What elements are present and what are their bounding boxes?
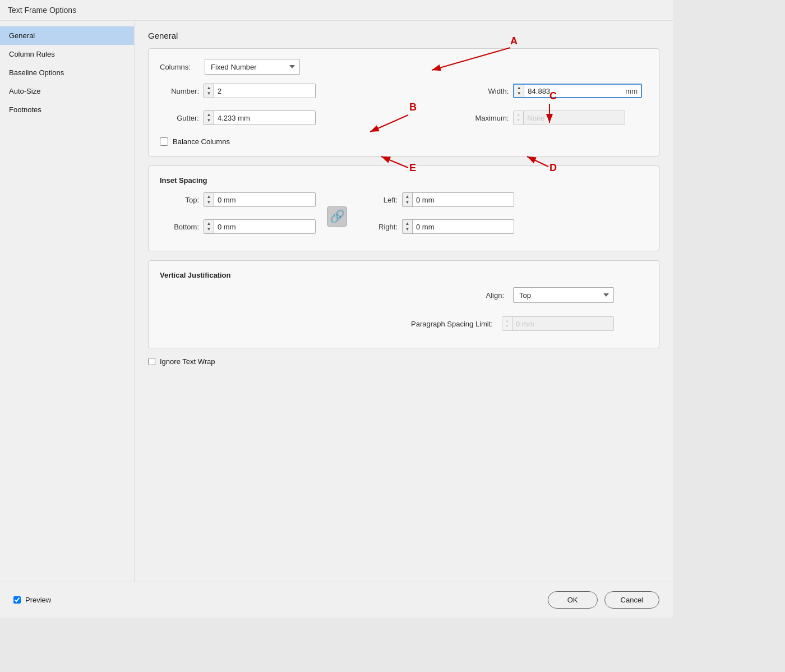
maximum-down-button[interactable]: ▼ — [514, 118, 523, 123]
vertical-justification-panel: Vertical Justification Align: Top Center… — [148, 260, 659, 348]
balance-columns-checkbox[interactable] — [160, 137, 168, 146]
ignore-text-wrap-checkbox[interactable] — [148, 358, 155, 365]
sidebar-item-column-rules[interactable]: Column Rules — [0, 45, 134, 63]
vertical-justification-title: Vertical Justification — [160, 271, 648, 279]
inset-top-input[interactable] — [214, 196, 315, 204]
dialog: General Column Rules Baseline Options Au… — [0, 21, 673, 582]
width-spinner-arrows[interactable]: ▲ ▼ — [514, 85, 524, 97]
align-dropdown[interactable]: Top Center Bottom Justify — [513, 287, 614, 303]
inset-right-down[interactable]: ▼ — [403, 227, 412, 232]
width-up-button[interactable]: ▲ — [514, 85, 524, 91]
link-icon[interactable]: 🔗 — [327, 206, 347, 227]
width-unit: mm — [625, 87, 641, 95]
sidebar-item-auto-size[interactable]: Auto-Size — [0, 82, 134, 100]
inset-top-row: Top: ▲ ▼ — [160, 192, 316, 207]
inset-top-spinner: ▲ ▼ — [204, 192, 316, 207]
inset-left-arrows[interactable]: ▲ ▼ — [403, 193, 413, 206]
width-input[interactable] — [524, 87, 625, 95]
maximum-label: Maximum: — [447, 114, 509, 122]
number-spinner: ▲ ▼ — [204, 84, 316, 98]
width-label: Width: — [447, 87, 509, 95]
gutter-down-button[interactable]: ▼ — [204, 118, 214, 123]
ok-button[interactable]: OK — [548, 591, 598, 609]
inset-left-input[interactable] — [413, 196, 514, 204]
paragraph-spacing-label: Paragraph Spacing Limit: — [392, 320, 493, 328]
footer: Preview OK Cancel — [0, 582, 673, 618]
columns-row: Columns: Fixed Number Flexible Width Fix… — [160, 59, 648, 75]
number-input[interactable] — [214, 87, 315, 95]
gutter-spinner-arrows[interactable]: ▲ ▼ — [204, 111, 214, 125]
inset-right-input[interactable] — [413, 223, 514, 231]
paragraph-spacing-row: Paragraph Spacing Limit: ▲ ▼ — [392, 316, 614, 331]
columns-panel: Columns: Fixed Number Flexible Width Fix… — [148, 48, 659, 157]
paragraph-spacing-down[interactable]: ▼ — [502, 324, 512, 329]
preview-label[interactable]: Preview — [25, 596, 51, 604]
number-row: Number: ▲ ▼ — [160, 84, 316, 98]
width-down-button[interactable]: ▼ — [514, 91, 524, 96]
cancel-button[interactable]: Cancel — [604, 591, 659, 609]
inset-right-arrows[interactable]: ▲ ▼ — [403, 220, 413, 233]
ignore-text-wrap-row: Ignore Text Wrap — [148, 357, 659, 366]
inset-bottom-row: Bottom: ▲ ▼ — [160, 219, 316, 234]
sidebar-item-baseline-options[interactable]: Baseline Options — [0, 63, 134, 82]
maximum-input[interactable] — [524, 114, 625, 122]
number-down-button[interactable]: ▼ — [204, 91, 214, 96]
gutter-label: Gutter: — [160, 114, 199, 122]
inset-spacing-panel: Inset Spacing Top: ▲ ▼ — [148, 165, 659, 251]
gutter-spinner: ▲ ▼ — [204, 111, 316, 125]
inset-bottom-up[interactable]: ▲ — [204, 221, 214, 227]
inset-top-down[interactable]: ▼ — [204, 200, 214, 205]
inset-left-down[interactable]: ▼ — [403, 200, 412, 205]
sidebar-item-general[interactable]: General — [0, 26, 134, 45]
main-content: General Columns: Fixed Number Flexible W… — [135, 21, 673, 582]
inset-left-row: Left: ▲ ▼ — [358, 192, 514, 207]
inset-bottom-input[interactable] — [214, 223, 315, 231]
width-spinner: ▲ ▼ mm — [513, 84, 642, 98]
inset-bottom-spinner: ▲ ▼ — [204, 219, 316, 234]
inset-left-spinner: ▲ ▼ — [402, 192, 514, 207]
number-spinner-arrows[interactable]: ▲ ▼ — [204, 84, 214, 98]
inset-spacing-title: Inset Spacing — [160, 176, 648, 185]
sidebar: General Column Rules Baseline Options Au… — [0, 21, 135, 582]
dialog-title: Text Frame Options — [8, 6, 76, 15]
inset-right-up[interactable]: ▲ — [403, 221, 412, 227]
gutter-up-button[interactable]: ▲ — [204, 112, 214, 118]
inset-bottom-label: Bottom: — [160, 223, 199, 231]
footer-right: OK Cancel — [548, 591, 659, 609]
columns-label: Columns: — [160, 63, 199, 71]
maximum-spinner: ▲ ▼ — [513, 111, 625, 125]
paragraph-spacing-arrows[interactable]: ▲ ▼ — [502, 317, 512, 330]
paragraph-spacing-up[interactable]: ▲ — [502, 318, 512, 324]
inset-top-arrows[interactable]: ▲ ▼ — [204, 193, 214, 206]
columns-dropdown[interactable]: Fixed Number Flexible Width Fixed Width — [205, 59, 300, 75]
align-label: Align: — [403, 291, 504, 300]
inset-top-up[interactable]: ▲ — [204, 194, 214, 200]
number-up-button[interactable]: ▲ — [204, 85, 214, 91]
maximum-row: Maximum: ▲ ▼ — [447, 111, 642, 125]
sidebar-item-footnotes[interactable]: Footnotes — [0, 100, 134, 119]
inset-left-label: Left: — [358, 196, 398, 204]
inset-left-up[interactable]: ▲ — [403, 194, 412, 200]
inset-bottom-down[interactable]: ▼ — [204, 227, 214, 232]
title-bar: Text Frame Options — [0, 0, 673, 21]
preview-checkbox[interactable] — [13, 596, 21, 604]
paragraph-spacing-input[interactable] — [512, 320, 613, 328]
ignore-text-wrap-label[interactable]: Ignore Text Wrap — [160, 357, 215, 366]
inset-right-label: Right: — [358, 223, 398, 231]
section-title: General — [148, 31, 659, 40]
number-label: Number: — [160, 87, 199, 95]
align-row: Align: Top Center Bottom Justify — [403, 287, 614, 303]
paragraph-spacing-spinner: ▲ ▼ — [502, 316, 614, 331]
inset-right-row: Right: ▲ ▼ — [358, 219, 514, 234]
footer-left: Preview — [13, 596, 51, 604]
balance-row: Balance Columns — [160, 137, 648, 146]
width-row: Width: ▲ ▼ mm — [447, 84, 642, 98]
maximum-spinner-arrows[interactable]: ▲ ▼ — [514, 111, 524, 125]
maximum-up-button[interactable]: ▲ — [514, 112, 523, 118]
gutter-input[interactable] — [214, 114, 315, 122]
inset-bottom-arrows[interactable]: ▲ ▼ — [204, 220, 214, 233]
gutter-row: Gutter: ▲ ▼ — [160, 111, 316, 125]
balance-columns-label[interactable]: Balance Columns — [173, 137, 230, 146]
inset-top-label: Top: — [160, 196, 199, 204]
inset-right-spinner: ▲ ▼ — [402, 219, 514, 234]
